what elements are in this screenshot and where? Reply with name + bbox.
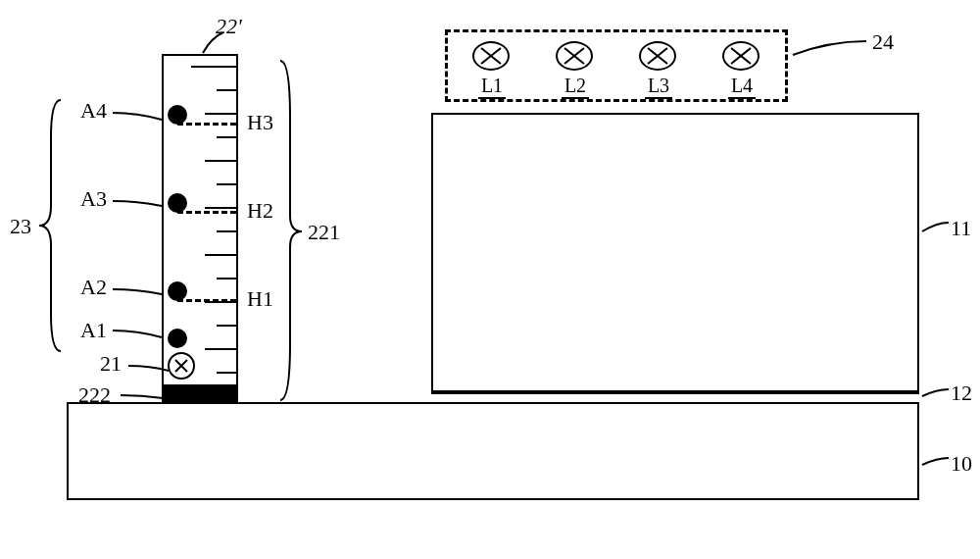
ref-separator: 12 xyxy=(951,381,972,406)
height-label-h2: H2 xyxy=(247,198,273,224)
leader-222 xyxy=(118,390,167,404)
leader-24 xyxy=(790,37,870,59)
scale-tick xyxy=(217,325,236,327)
leader-a3 xyxy=(108,196,167,216)
light-label-l1: L1 xyxy=(478,75,506,99)
light-label-l2: L2 xyxy=(562,75,589,99)
height-line-h1 xyxy=(177,299,236,302)
leader-a4 xyxy=(108,108,167,127)
scale-tick xyxy=(217,183,236,185)
ref-light-group: 24 xyxy=(872,29,894,55)
leader-a2 xyxy=(108,284,167,304)
scale-tick xyxy=(217,372,236,374)
scale-tick xyxy=(205,207,236,209)
ref-base: 10 xyxy=(951,451,972,477)
height-label-h1: H1 xyxy=(247,286,273,312)
ref-float: 21 xyxy=(100,351,122,377)
scale-tick xyxy=(205,348,236,350)
sensor-a2 xyxy=(168,281,187,301)
sensor-label-a1: A1 xyxy=(80,318,107,343)
leader-21 xyxy=(125,361,172,377)
upper-container xyxy=(431,113,919,392)
column-base-block xyxy=(164,384,236,404)
sensor-label-a4: A4 xyxy=(80,98,107,124)
measurement-column xyxy=(162,54,238,404)
sensor-label-a2: A2 xyxy=(80,275,107,300)
scale-tick xyxy=(217,136,236,138)
separator-line xyxy=(431,392,919,394)
scale-tick xyxy=(217,278,236,280)
leader-11 xyxy=(919,220,953,237)
scale-tick xyxy=(217,230,236,232)
ref-column-scale: 221 xyxy=(308,220,340,245)
scale-tick xyxy=(191,66,236,68)
ref-sensor-group: 23 xyxy=(10,214,31,239)
light-label-l4: L4 xyxy=(728,75,756,99)
leader-12 xyxy=(919,386,953,400)
light-l4 xyxy=(722,41,760,71)
sensor-a3 xyxy=(168,193,187,213)
base-rect xyxy=(67,402,919,500)
scale-tick xyxy=(205,160,236,162)
scale-tick xyxy=(205,254,236,256)
sensor-a4 xyxy=(168,105,187,125)
light-l2 xyxy=(556,41,593,71)
leader-a1 xyxy=(108,326,167,343)
sensor-label-a3: A3 xyxy=(80,186,107,212)
height-label-h3: H3 xyxy=(247,110,273,135)
scale-tick xyxy=(205,113,236,115)
light-l3 xyxy=(639,41,676,71)
light-l1 xyxy=(472,41,510,71)
brace-221 xyxy=(274,59,308,404)
ref-column-inner: 222 xyxy=(78,382,111,408)
leader-10 xyxy=(919,455,953,469)
light-label-l3: L3 xyxy=(645,75,672,99)
sensor-a1 xyxy=(168,329,187,348)
scale-tick xyxy=(217,89,236,91)
height-line-h2 xyxy=(177,211,236,214)
brace-23 xyxy=(35,98,69,353)
leader-22 xyxy=(200,29,229,57)
ref-upper-container: 11 xyxy=(951,216,971,241)
height-line-h3 xyxy=(177,123,236,126)
